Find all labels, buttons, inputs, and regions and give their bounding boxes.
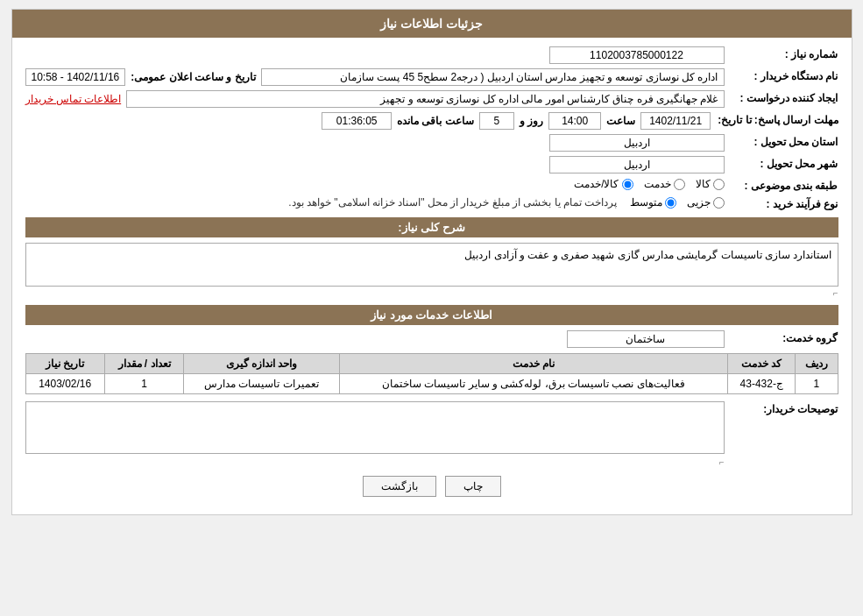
- khadamat-section-header: اطلاعات خدمات مورد نیاز: [25, 305, 838, 325]
- mohlat-content: 1402/11/21 ساعت 14:00 روز و 5 ساعت باقی …: [25, 112, 711, 130]
- page-container: جزئیات اطلاعات نیاز شماره نیاز : 1102003…: [11, 9, 852, 515]
- col-nam: نام خدمت: [339, 354, 727, 374]
- table-cell-1: ج-432-43: [728, 374, 796, 394]
- page-header: جزئیات اطلاعات نیاز: [12, 10, 852, 38]
- mohlat-label: مهلت ارسال پاسخ: تا تاریخ:: [711, 112, 838, 126]
- sharh-kolli-area: استاندارد سازی تاسیسات گرمایشی مدارس گاز…: [25, 243, 838, 298]
- table-cell-5: 1403/02/16: [25, 374, 104, 394]
- table-row: 1ج-432-43فعالیت‌های نصب تاسیسات برق، لول…: [25, 374, 838, 394]
- shahr-row: شهر محل تحویل : اردبیل: [25, 156, 838, 173]
- roz-label: روز و: [520, 115, 543, 127]
- col-vahed: واحد اندازه گیری: [184, 354, 340, 374]
- col-tarikh: تاریخ نیاز: [25, 354, 104, 374]
- tosiyat-label: توصیحات خریدار:: [725, 401, 838, 415]
- shahr-label: شهر محل تحویل :: [725, 156, 838, 170]
- col-tedad: تعداد / مقدار: [104, 354, 183, 374]
- radio-motevaset: متوسط: [630, 196, 676, 209]
- ijad-konande-label: ایجاد کننده درخواست :: [725, 90, 838, 104]
- noe-farayand-radio-group: جزیی متوسط: [630, 196, 725, 209]
- radio-kala: کالا: [696, 178, 725, 190]
- radio-motevaset-input[interactable]: [665, 197, 676, 209]
- ostan-content: اردبیل: [25, 134, 725, 152]
- shomare-niaz-content: 1102003785000122: [25, 46, 725, 64]
- mohlat-row: مهلت ارسال پاسخ: تا تاریخ: 1402/11/21 سا…: [25, 112, 838, 130]
- saat-label: ساعت: [606, 115, 635, 127]
- radio-kala-khadamat: کالا/خدمت: [574, 178, 633, 190]
- shomare-niaz-value: 1102003785000122: [549, 46, 725, 64]
- radio-kala-khadamat-label: کالا/خدمت: [574, 178, 619, 190]
- noe-farayand-label: نوع فرآیند خرید :: [725, 196, 838, 210]
- main-content: شماره نیاز : 1102003785000122 نام دستگاه…: [12, 38, 852, 514]
- page-title: جزئیات اطلاعات نیاز: [380, 17, 483, 31]
- ijad-konande-content: غلام جهانگیری فره چناق کارشناس امور مالی…: [25, 90, 725, 108]
- shahr-value: اردبیل: [549, 156, 725, 173]
- tabaqebandi-content: کالا خدمت کالا/خدمت: [25, 178, 725, 190]
- radio-kala-input[interactable]: [713, 179, 725, 190]
- sharh-kolli-box: استاندارد سازی تاسیسات گرمایشی مدارس گاز…: [25, 243, 838, 287]
- tosiyat-content: ⌐: [25, 401, 725, 467]
- radio-kala-label: کالا: [696, 178, 711, 190]
- radio-khadamat: خدمت: [644, 178, 685, 190]
- tosiyat-row: توصیحات خریدار: ⌐: [25, 401, 838, 467]
- groh-khadamat-value: ساختمان: [567, 330, 725, 348]
- radio-jozi: جزیی: [687, 196, 725, 209]
- services-table-container: ردیف کد خدمت نام خدمت واحد اندازه گیری ت…: [25, 353, 838, 394]
- nam-dastgah-label: نام دستگاه خریدار :: [725, 68, 838, 82]
- col-radif: ردیف: [796, 354, 838, 374]
- button-row: چاپ بازگشت: [25, 476, 838, 497]
- col-kod: کد خدمت: [728, 354, 796, 374]
- tosiyat-box: [25, 401, 725, 454]
- table-cell-0: 1: [796, 374, 838, 394]
- ettelaat-tamas-link[interactable]: اطلاعات تماس خریدار: [25, 93, 122, 105]
- groh-khadamat-content: ساختمان: [25, 330, 725, 348]
- nam-dastgah-content: اداره کل نوسازی توسعه و تجهیز مدارس استا…: [25, 68, 725, 86]
- roz-value: 5: [479, 112, 514, 130]
- radio-motevaset-label: متوسط: [630, 196, 662, 209]
- services-table: ردیف کد خدمت نام خدمت واحد اندازه گیری ت…: [25, 353, 838, 394]
- noe-farayand-note: پرداخت تمام یا بخشی از مبلغ خریدار از مح…: [288, 196, 617, 209]
- tarikh-saat-value: 1402/11/16 - 10:58: [25, 68, 126, 86]
- noe-farayand-row: نوع فرآیند خرید : جزیی متوسط پرداخت تمام…: [25, 196, 838, 210]
- bazgasht-button[interactable]: بازگشت: [363, 476, 436, 497]
- ijad-konande-value: غلام جهانگیری فره چناق کارشناس امور مالی…: [126, 90, 724, 108]
- ostan-value: اردبیل: [549, 134, 725, 152]
- baghi-value: 01:36:05: [322, 112, 392, 130]
- shahr-content: اردبیل: [25, 156, 725, 173]
- groh-khadamat-row: گروه خدمت: ساختمان: [25, 330, 838, 348]
- khadamat-section-label: اطلاعات خدمات مورد نیاز: [371, 308, 492, 322]
- resize-handle-2: ⌐: [25, 457, 725, 467]
- tarikh-value: 1402/11/21: [640, 112, 711, 130]
- nam-dastgah-row: نام دستگاه خریدار : اداره کل نوسازی توسع…: [25, 68, 838, 86]
- tabaqebandi-row: طبقه بندی موضوعی : کالا خدمت کالا/خدمت: [25, 178, 838, 192]
- shomare-niaz-row: شماره نیاز : 1102003785000122: [25, 46, 838, 64]
- sharh-kolli-section-header: شرح کلی نیاز:: [25, 217, 838, 237]
- radio-jozi-label: جزیی: [687, 196, 711, 209]
- sharh-kolli-section-label: شرح کلی نیاز:: [398, 221, 465, 234]
- ijad-konande-row: ایجاد کننده درخواست : غلام جهانگیری فره …: [25, 90, 838, 108]
- radio-kala-khadamat-input[interactable]: [622, 179, 633, 190]
- baghi-label: ساعت باقی مانده: [397, 115, 474, 127]
- resize-handle: ⌐: [25, 288, 838, 298]
- groh-khadamat-label: گروه خدمت:: [725, 330, 838, 344]
- sharh-kolli-value: استاندارد سازی تاسیسات گرمایشی مدارس گاز…: [464, 249, 831, 261]
- table-cell-4: 1: [104, 374, 183, 394]
- chap-button[interactable]: چاپ: [445, 476, 501, 497]
- tabaqebandi-radio-group: کالا خدمت کالا/خدمت: [574, 178, 724, 190]
- ostan-label: استان محل تحویل :: [725, 134, 838, 148]
- shomare-niaz-label: شماره نیاز :: [725, 46, 838, 60]
- ostan-row: استان محل تحویل : اردبیل: [25, 134, 838, 152]
- table-cell-3: تعمیرات تاسیسات مدارس: [184, 374, 340, 394]
- nam-dastgah-value: اداره کل نوسازی توسعه و تجهیز مدارس استا…: [261, 68, 725, 86]
- radio-jozi-input[interactable]: [713, 197, 725, 209]
- noe-farayand-content: جزیی متوسط پرداخت تمام یا بخشی از مبلغ خ…: [25, 196, 725, 209]
- tarikh-saat-label: تاریخ و ساعت اعلان عمومی:: [131, 71, 255, 83]
- radio-khadamat-input[interactable]: [674, 179, 685, 190]
- radio-khadamat-label: خدمت: [644, 178, 671, 190]
- saat-value: 14:00: [548, 112, 601, 130]
- table-cell-2: فعالیت‌های نصب تاسیسات برق، لوله‌کشی و س…: [339, 374, 727, 394]
- tabaqebandi-label: طبقه بندی موضوعی :: [725, 178, 838, 192]
